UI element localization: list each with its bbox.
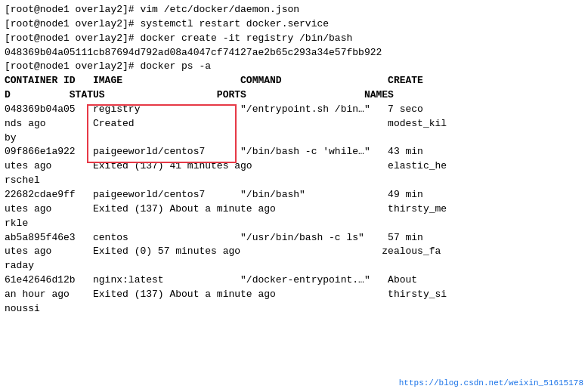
row5-line1: 61e42646d12b nginx:latest "/docker-entry… bbox=[5, 273, 583, 288]
row1-line3: by bbox=[5, 131, 583, 146]
row4-line1: ab5a895f46e3 centos "/usr/bin/bash -c ls… bbox=[5, 231, 583, 245]
row2-line2: utes ago Exited (137) 41 minutes ago ela… bbox=[5, 159, 583, 174]
row3-line3: rkle bbox=[5, 217, 583, 231]
table-header-row2: D STATUS PORTS NAMES bbox=[5, 88, 583, 103]
row3-line2: utes ago Exited (137) About a minute ago… bbox=[5, 202, 583, 217]
footer-link[interactable]: https://blog.csdn.net/weixin_51615178 bbox=[399, 378, 583, 387]
row5-line2: an hour ago Exited (137) About a minute … bbox=[5, 288, 583, 302]
cmd-vim: [root@node1 overlay2]# vim /etc/docker/d… bbox=[5, 3, 583, 17]
row2-line3: rschel bbox=[5, 174, 583, 188]
cmd-docker-create: [root@node1 overlay2]# docker create -it… bbox=[5, 32, 583, 46]
container-id-full: 048369b04a05111cb87694d792ad08a4047cf741… bbox=[5, 46, 583, 60]
table-header-row1: CONTAINER ID IMAGE COMMAND CREATE bbox=[5, 74, 583, 88]
row4-line3: raday bbox=[5, 259, 583, 273]
row5-line3: noussi bbox=[5, 302, 583, 316]
cmd-systemctl: [root@node1 overlay2]# systemctl restart… bbox=[5, 17, 583, 32]
row4-line2: utes ago Exited (0) 57 minutes ago zealo… bbox=[5, 245, 583, 259]
row3-line1: 22682cdae9ff paigeeworld/centos7 "/bin/b… bbox=[5, 188, 583, 202]
row1-line1: 048369b04a05 registry "/entrypoint.sh /b… bbox=[5, 103, 583, 117]
row1-line2: nds ago Created modest_kil bbox=[5, 117, 583, 131]
cmd-docker-ps: [root@node1 overlay2]# docker ps -a bbox=[5, 60, 583, 74]
terminal: [root@node1 overlay2]# vim /etc/docker/d… bbox=[0, 0, 588, 389]
row2-line1: 09f866e1a922 paigeeworld/centos7 "/bin/b… bbox=[5, 145, 583, 159]
